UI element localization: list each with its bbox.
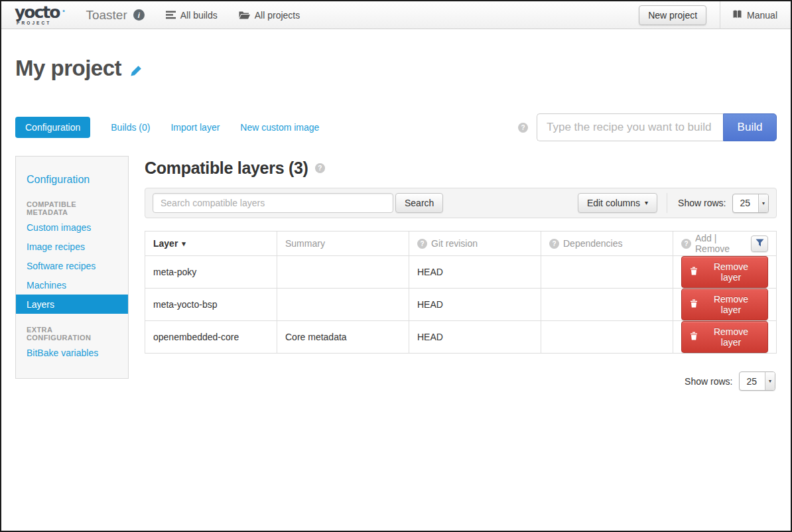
build-help-icon[interactable]: ?	[518, 123, 528, 133]
remove-layer-button[interactable]: Remove layer	[681, 289, 768, 320]
add-remove-help-icon[interactable]: ?	[681, 239, 691, 249]
filter-funnel-icon	[756, 239, 764, 249]
new-project-button[interactable]: New project	[639, 5, 706, 25]
project-name: My project	[15, 56, 121, 81]
remove-layer-button[interactable]: Remove layer	[681, 256, 768, 288]
nav-all-projects-label: All projects	[255, 10, 300, 21]
brand-dot: ·	[62, 5, 66, 17]
folder-open-icon	[239, 11, 250, 19]
table-header-row: Layer ▾ Summary ? Git re	[145, 232, 777, 256]
layers-panel: Compatible layers (3) ? Search Edit colu…	[145, 156, 777, 391]
rows-per-page-select[interactable]: 25 ▾	[732, 194, 769, 213]
trash-icon	[690, 299, 698, 310]
sidebar-item-machines[interactable]: Machines	[16, 275, 128, 295]
cell-action: Remove layer	[673, 321, 777, 354]
cell-dependencies	[541, 256, 673, 289]
book-icon	[732, 10, 742, 21]
dependencies-help-icon[interactable]: ?	[549, 239, 559, 249]
sidebar-heading-extra-configuration: EXTRA CONFIGURATION	[16, 314, 128, 343]
column-dependencies-label: Dependencies	[563, 238, 623, 249]
remove-layer-button[interactable]: Remove layer	[681, 321, 768, 353]
brand-text: yocto	[15, 4, 59, 21]
info-icon[interactable]: i	[133, 9, 145, 21]
top-navbar: yocto · PROJECT Toaster i All builds All…	[1, 1, 791, 29]
sidebar-item-layers[interactable]: Layers	[16, 295, 128, 314]
cell-dependencies	[541, 289, 673, 321]
sidebar-item-software-recipes[interactable]: Software recipes	[16, 256, 128, 275]
cell-layer: openembedded-core	[145, 321, 277, 354]
column-add-remove-label: Add | Remove	[695, 233, 747, 254]
nav-all-builds-label: All builds	[180, 10, 218, 21]
cell-summary: Core metadata	[277, 321, 409, 354]
build-button[interactable]: Build	[723, 113, 777, 141]
trash-icon	[690, 267, 698, 277]
cell-git-revision: HEAD	[409, 256, 541, 289]
build-recipe-input[interactable]	[537, 113, 723, 141]
table-toolbar: Search Edit columns ▾ Show rows: 25 ▾	[145, 188, 777, 218]
nav-all-projects[interactable]: All projects	[239, 10, 300, 21]
cell-git-revision: HEAD	[409, 321, 541, 354]
chevron-down-icon: ▾	[645, 200, 648, 206]
search-input[interactable]	[153, 193, 393, 213]
manual-link[interactable]: Manual	[732, 10, 777, 21]
filter-button[interactable]	[751, 235, 768, 252]
column-header-add-remove[interactable]: ? Add | Remove	[673, 232, 777, 256]
tab-configuration[interactable]: Configuration	[15, 117, 90, 138]
cell-action: Remove layer	[673, 289, 777, 321]
nav-all-builds[interactable]: All builds	[166, 10, 218, 21]
show-rows-label: Show rows:	[678, 198, 726, 208]
remove-layer-label: Remove layer	[702, 261, 759, 283]
sidebar-item-custom-images[interactable]: Custom images	[16, 218, 128, 237]
sidebar-item-bitbake-variables[interactable]: BitBake variables	[16, 343, 128, 362]
cell-dependencies	[541, 321, 673, 354]
navbar-right: New project Manual	[639, 1, 777, 29]
section-heading-text: Compatible layers (3)	[145, 159, 308, 178]
build-form: ? Build	[518, 113, 777, 141]
brand-subtext: PROJECT	[15, 21, 66, 26]
table-footer: Show rows: 25 ▾	[145, 371, 777, 391]
project-tabs-row: Configuration Builds (0) Import layer Ne…	[15, 113, 777, 141]
cell-layer: meta-poky	[145, 256, 277, 289]
column-header-dependencies[interactable]: ? Dependencies	[541, 232, 673, 256]
content-area: Configuration COMPATIBLE METADATA Custom…	[15, 156, 777, 391]
git-revision-help-icon[interactable]: ?	[417, 239, 427, 249]
column-header-summary[interactable]: Summary	[277, 232, 409, 256]
footer-show-rows-label: Show rows:	[685, 376, 732, 387]
heading-help-icon[interactable]: ?	[315, 163, 325, 173]
navbar-divider	[720, 1, 720, 29]
trash-icon	[690, 332, 698, 342]
sort-desc-icon: ▾	[182, 239, 186, 248]
page-title: My project	[15, 56, 777, 81]
column-header-git-revision[interactable]: ? Git revision	[409, 232, 541, 256]
page-body: My project Configuration Builds (0) Impo…	[1, 56, 791, 391]
edit-columns-button[interactable]: Edit columns ▾	[578, 193, 657, 213]
sidebar-item-configuration[interactable]: Configuration	[16, 166, 128, 188]
yocto-logo[interactable]: yocto · PROJECT	[15, 4, 66, 26]
cell-summary	[277, 289, 409, 321]
remove-layer-label: Remove layer	[702, 326, 759, 348]
column-header-layer[interactable]: Layer ▾	[145, 232, 277, 256]
footer-rows-per-page-select[interactable]: 25 ▾	[739, 371, 775, 391]
toolbar-right: Edit columns ▾ Show rows: 25 ▾	[578, 193, 769, 213]
sidebar-item-image-recipes[interactable]: Image recipes	[16, 237, 128, 256]
cell-layer: meta-yocto-bsp	[145, 289, 277, 321]
tab-builds[interactable]: Builds (0)	[111, 122, 150, 133]
column-layer-label: Layer	[153, 238, 178, 249]
cell-summary	[277, 256, 409, 289]
builds-list-icon	[166, 11, 176, 19]
compatible-layers-table: Layer ▾ Summary ? Git re	[145, 231, 777, 354]
column-summary-label: Summary	[285, 238, 325, 249]
cell-action: Remove layer	[673, 256, 777, 289]
search-button[interactable]: Search	[395, 193, 443, 213]
config-sidebar: Configuration COMPATIBLE METADATA Custom…	[15, 156, 129, 379]
remove-layer-label: Remove layer	[702, 294, 759, 315]
tab-new-custom-image[interactable]: New custom image	[240, 122, 319, 133]
section-heading: Compatible layers (3) ?	[145, 159, 777, 178]
column-git-revision-label: Git revision	[431, 238, 478, 249]
tab-import-layer[interactable]: Import layer	[170, 122, 220, 133]
select-caret-icon: ▾	[758, 194, 768, 212]
table-row: openembedded-core Core metadata HEAD	[145, 321, 777, 354]
rows-per-page-value: 25	[733, 194, 758, 212]
table-row: meta-poky HEAD	[145, 256, 777, 289]
edit-project-name-icon[interactable]	[130, 65, 142, 77]
